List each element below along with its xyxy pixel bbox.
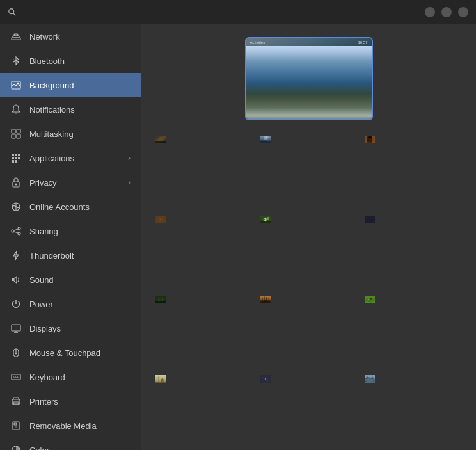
wallpaper-grid bbox=[154, 133, 463, 450]
svg-point-71 bbox=[264, 218, 265, 219]
close-button[interactable] bbox=[458, 7, 468, 17]
svg-line-26 bbox=[14, 229, 18, 230]
sidebar-item-removable-media[interactable]: Removable Media bbox=[0, 414, 141, 438]
sidebar-item-label-sound: Sound bbox=[29, 275, 131, 285]
sidebar-item-label-multitasking: Multitasking bbox=[29, 129, 131, 139]
sidebar-item-thunderbolt[interactable]: Thunderbolt bbox=[0, 243, 141, 268]
svg-rect-38 bbox=[17, 376, 18, 377]
svg-point-74 bbox=[266, 219, 267, 220]
wallpaper-thumb-5[interactable] bbox=[259, 213, 359, 288]
svg-point-147 bbox=[365, 381, 367, 382]
wallpaper-thumb-11[interactable] bbox=[259, 373, 359, 447]
svg-rect-12 bbox=[15, 154, 17, 156]
wallpaper-image-5 bbox=[260, 214, 358, 287]
mock-screen-content bbox=[246, 46, 372, 119]
sidebar-item-privacy[interactable]: Privacy› bbox=[0, 170, 141, 195]
sidebar-item-arrow-privacy: › bbox=[128, 178, 131, 187]
online-accounts-icon bbox=[10, 201, 22, 213]
wallpaper-thumb-4[interactable] bbox=[154, 213, 254, 288]
sidebar-item-label-power: Power bbox=[29, 300, 131, 309]
svg-rect-9 bbox=[12, 134, 15, 138]
svg-point-122 bbox=[265, 379, 266, 380]
wallpaper-thumb-12[interactable] bbox=[363, 373, 463, 447]
sidebar-item-applications[interactable]: Applications› bbox=[0, 146, 141, 170]
removable-media-icon bbox=[10, 420, 22, 431]
wallpaper-thumb-9[interactable] bbox=[363, 293, 463, 368]
svg-rect-28 bbox=[12, 278, 14, 281]
svg-rect-17 bbox=[12, 160, 14, 163]
sidebar-item-label-online-accounts: Online Accounts bbox=[29, 202, 131, 212]
wallpaper-thumb-8[interactable] bbox=[259, 293, 359, 368]
sidebar-item-bluetooth[interactable]: Bluetooth bbox=[0, 49, 141, 73]
wallpaper-image-2 bbox=[260, 134, 358, 207]
svg-point-148 bbox=[373, 381, 374, 382]
content-area: Activities 16:57 bbox=[141, 24, 476, 450]
svg-rect-120 bbox=[155, 382, 166, 383]
sidebar-item-displays[interactable]: Displays bbox=[0, 316, 141, 341]
wallpaper-image-8 bbox=[260, 294, 358, 367]
sidebar-item-label-mouse-touchpad: Mouse & Touchpad bbox=[29, 348, 131, 358]
svg-point-117 bbox=[159, 378, 159, 378]
mouse-icon bbox=[10, 347, 22, 358]
wallpaper-thumb-1[interactable] bbox=[154, 133, 254, 208]
svg-point-25 bbox=[18, 232, 20, 235]
sidebar-item-label-sharing: Sharing bbox=[29, 227, 131, 236]
sidebar-item-color[interactable]: Color bbox=[0, 438, 141, 450]
sidebar-item-sound[interactable]: Sound bbox=[0, 268, 141, 292]
sidebar-item-online-accounts[interactable]: Online Accounts bbox=[0, 195, 141, 219]
svg-rect-35 bbox=[12, 374, 20, 380]
displays-icon bbox=[10, 323, 22, 334]
sidebar-item-notifications[interactable]: Notifications bbox=[0, 97, 141, 122]
svg-point-107 bbox=[371, 299, 372, 300]
svg-point-105 bbox=[371, 298, 372, 299]
svg-point-72 bbox=[264, 220, 265, 221]
wallpaper-thumb-10[interactable] bbox=[154, 373, 254, 447]
wallpaper-thumb-3[interactable] bbox=[363, 133, 463, 208]
svg-rect-86 bbox=[365, 216, 375, 223]
svg-point-139 bbox=[262, 377, 263, 378]
svg-point-45 bbox=[15, 426, 17, 428]
featured-wallpaper[interactable]: Activities 16:57 bbox=[245, 37, 373, 120]
wallpaper-image-3 bbox=[365, 134, 462, 207]
wallpaper-image-10 bbox=[155, 374, 253, 446]
sidebar-item-label-applications: Applications bbox=[29, 154, 120, 163]
svg-point-70 bbox=[264, 219, 266, 220]
network-icon bbox=[10, 31, 22, 42]
wallpaper-thumb-6[interactable] bbox=[363, 213, 463, 288]
sound-icon bbox=[10, 274, 22, 285]
sidebar-item-mouse-touchpad[interactable]: Mouse & Touchpad bbox=[0, 341, 141, 365]
maximize-button[interactable] bbox=[441, 7, 452, 17]
privacy-icon bbox=[10, 177, 22, 188]
svg-point-60 bbox=[368, 137, 372, 138]
mock-taskbar: Activities bbox=[250, 40, 266, 44]
thunderbolt-icon bbox=[10, 250, 22, 261]
svg-point-81 bbox=[267, 218, 268, 220]
svg-point-24 bbox=[18, 227, 20, 230]
wallpaper-thumb-2[interactable] bbox=[259, 133, 359, 208]
svg-point-140 bbox=[267, 380, 269, 382]
wallpaper-thumb-7[interactable] bbox=[154, 293, 254, 368]
search-area bbox=[8, 8, 20, 17]
sidebar-item-label-privacy: Privacy bbox=[29, 178, 120, 188]
sidebar-item-sharing[interactable]: Sharing bbox=[0, 219, 141, 243]
sidebar-item-background[interactable]: Background bbox=[0, 73, 141, 97]
svg-point-106 bbox=[372, 298, 372, 299]
svg-rect-36 bbox=[13, 376, 14, 377]
svg-rect-14 bbox=[12, 157, 14, 159]
wallpaper-image-11 bbox=[260, 374, 358, 446]
multitasking-icon bbox=[10, 128, 22, 140]
minimize-button[interactable] bbox=[425, 7, 435, 17]
svg-point-20 bbox=[15, 184, 17, 186]
sidebar: NetworkBluetoothBackgroundNotificationsM… bbox=[0, 24, 141, 450]
sidebar-item-power[interactable]: Power bbox=[0, 292, 141, 316]
svg-point-83 bbox=[268, 218, 269, 218]
sidebar-item-printers[interactable]: Printers bbox=[0, 389, 141, 414]
wallpaper-image-9 bbox=[365, 294, 462, 367]
sidebar-item-label-notifications: Notifications bbox=[29, 105, 131, 115]
svg-rect-58 bbox=[367, 137, 372, 143]
sidebar-item-network[interactable]: Network bbox=[0, 24, 141, 49]
svg-rect-99 bbox=[266, 300, 266, 301]
sidebar-item-multitasking[interactable]: Multitasking bbox=[0, 122, 141, 146]
sidebar-item-keyboard[interactable]: Keyboard bbox=[0, 365, 141, 389]
window-controls bbox=[418, 7, 468, 17]
